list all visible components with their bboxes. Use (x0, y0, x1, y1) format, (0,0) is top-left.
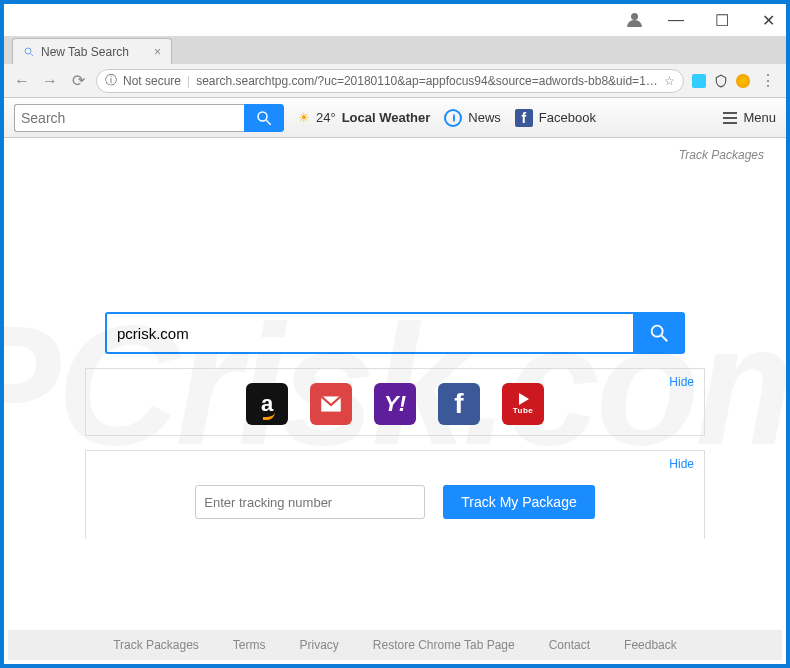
page-footer: Track Packages Terms Privacy Restore Chr… (8, 630, 782, 660)
news-label: News (468, 110, 501, 125)
globe-icon (444, 109, 462, 127)
info-icon: ⓘ (105, 72, 117, 89)
svg-point-4 (652, 326, 663, 337)
hide-quick-links[interactable]: Hide (669, 375, 694, 389)
toolbar-menu-button[interactable]: Menu (723, 110, 776, 125)
footer-track-packages[interactable]: Track Packages (113, 638, 199, 652)
svg-line-1 (31, 53, 34, 56)
toolbar-search-input[interactable] (14, 104, 244, 132)
window-titlebar: — ☐ ✕ (4, 4, 786, 36)
track-package-button[interactable]: Track My Package (443, 485, 594, 519)
hamburger-icon (723, 112, 737, 124)
news-link[interactable]: News (444, 109, 501, 127)
weather-temp: 24° (316, 110, 336, 125)
mail-icon (318, 391, 344, 417)
reload-button[interactable]: ⟳ (68, 71, 88, 90)
omnibox[interactable]: ⓘ Not secure | search.searchtpg.com/?uc=… (96, 69, 684, 93)
extension-icon-2[interactable] (736, 74, 750, 88)
footer-contact[interactable]: Contact (549, 638, 590, 652)
sun-icon: ☀ (298, 110, 310, 125)
back-button[interactable]: ← (12, 72, 32, 90)
facebook-link[interactable]: f Facebook (515, 109, 596, 127)
svg-line-3 (266, 120, 271, 125)
hide-tracking[interactable]: Hide (669, 457, 694, 471)
search-icon (23, 46, 35, 58)
browser-menu-button[interactable]: ⋮ (758, 71, 778, 90)
toolbar-search (14, 104, 284, 132)
youtube-tile[interactable]: Tube (502, 383, 544, 425)
security-status: Not secure (123, 74, 181, 88)
bookmark-star-icon[interactable]: ☆ (664, 74, 675, 88)
page-content: PCrisk.com Track Packages Hide a Y! f Tu… (4, 138, 786, 664)
extension-icons (692, 74, 750, 88)
maximize-button[interactable]: ☐ (708, 6, 736, 34)
url-text: search.searchtpg.com/?uc=20180110&ap=app… (196, 74, 658, 88)
main-search-input[interactable] (105, 312, 633, 354)
svg-point-2 (258, 112, 267, 121)
shield-icon[interactable] (714, 74, 728, 88)
close-window-button[interactable]: ✕ (754, 6, 782, 34)
footer-restore-tab[interactable]: Restore Chrome Tab Page (373, 638, 515, 652)
svg-point-0 (25, 48, 31, 54)
tab-title: New Tab Search (41, 45, 129, 59)
play-icon (519, 393, 529, 405)
quick-links-panel: Hide a Y! f Tube (85, 368, 705, 436)
search-icon (255, 109, 273, 127)
gmail-tile[interactable] (310, 383, 352, 425)
svg-line-5 (662, 336, 668, 342)
close-tab-icon[interactable]: × (154, 45, 161, 59)
facebook-tile[interactable]: f (438, 383, 480, 425)
tracking-panel: Hide Track My Package (85, 450, 705, 539)
weather-link[interactable]: ☀ 24° Local Weather (298, 110, 430, 125)
main-search (105, 312, 685, 354)
footer-feedback[interactable]: Feedback (624, 638, 677, 652)
track-packages-link[interactable]: Track Packages (20, 144, 770, 162)
amazon-tile[interactable]: a (246, 383, 288, 425)
extension-icon-1[interactable] (692, 74, 706, 88)
minimize-button[interactable]: — (662, 6, 690, 34)
page-toolbar: ☀ 24° Local Weather News f Facebook Menu (4, 98, 786, 138)
footer-privacy[interactable]: Privacy (300, 638, 339, 652)
address-bar: ← → ⟳ ⓘ Not secure | search.searchtpg.co… (4, 64, 786, 98)
profile-icon[interactable] (626, 13, 644, 27)
weather-label: Local Weather (342, 110, 431, 125)
menu-label: Menu (743, 110, 776, 125)
facebook-icon: f (515, 109, 533, 127)
search-icon (648, 322, 670, 344)
main-search-button[interactable] (633, 312, 685, 354)
footer-terms[interactable]: Terms (233, 638, 266, 652)
tab-strip: New Tab Search × (4, 36, 786, 64)
browser-tab[interactable]: New Tab Search × (12, 38, 172, 64)
yahoo-tile[interactable]: Y! (374, 383, 416, 425)
tracking-number-input[interactable] (195, 485, 425, 519)
forward-button[interactable]: → (40, 72, 60, 90)
toolbar-search-button[interactable] (244, 104, 284, 132)
facebook-label: Facebook (539, 110, 596, 125)
